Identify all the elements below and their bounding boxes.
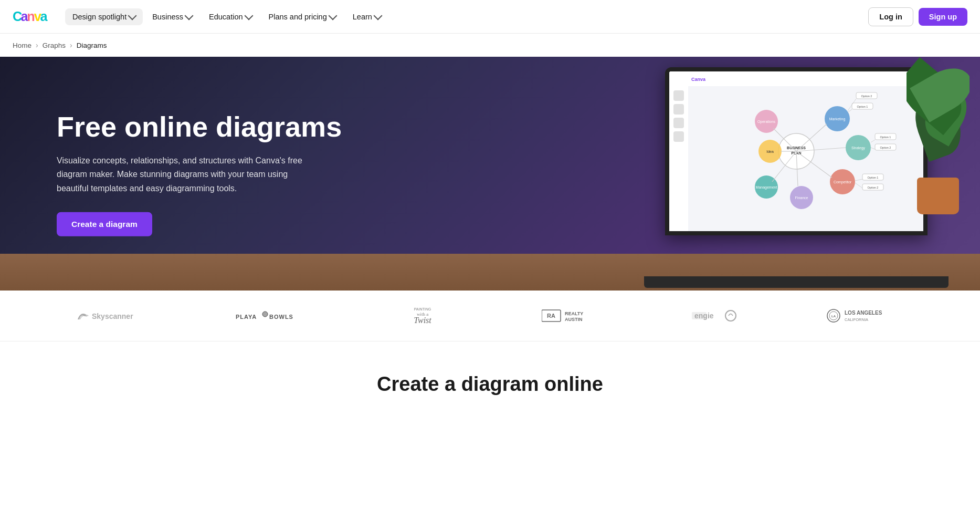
svg-text:BOWLS: BOWLS	[269, 314, 293, 320]
logo-engie: engie	[692, 308, 739, 324]
hero-content: Free online diagrams Visualize concepts,…	[57, 111, 342, 236]
logo-playa-bowls: PLAYA BOWLS	[236, 308, 304, 324]
svg-text:Twist: Twist	[414, 316, 432, 325]
svg-text:Canva: Canva	[691, 77, 706, 82]
nav-business[interactable]: Business	[145, 8, 199, 25]
signup-button[interactable]: Sign up	[919, 8, 967, 26]
laptop-base	[644, 276, 949, 288]
svg-text:PAINTING: PAINTING	[414, 307, 431, 311]
svg-text:Idea: Idea	[766, 150, 774, 153]
svg-text:Option 1: Option 1	[880, 136, 891, 139]
nav-plans-pricing[interactable]: Plans and pricing	[261, 8, 343, 25]
bottom-section: Create a diagram online	[0, 341, 980, 406]
breadcrumb-current: Diagrams	[77, 42, 107, 49]
svg-text:Management: Management	[756, 185, 777, 190]
hero-subtitle: Visualize concepts, relationships, and s…	[57, 154, 319, 195]
chevron-down-icon	[185, 12, 194, 20]
create-diagram-button[interactable]: Create a diagram	[57, 212, 152, 236]
breadcrumb-home[interactable]: Home	[13, 42, 31, 49]
svg-text:RA: RA	[547, 313, 555, 319]
hero-title: Free online diagrams	[57, 111, 342, 142]
nav-actions: Log in Sign up	[868, 7, 967, 26]
logo-painting-with-a-twist: PAINTING with a Twist	[391, 305, 454, 326]
laptop-screen: Canva BUSINESS PLAN Marketing	[665, 67, 928, 235]
svg-rect-13	[673, 131, 684, 142]
svg-text:CALIFORNIA: CALIFORNIA	[845, 317, 868, 322]
breadcrumb: Home › Graphs › Diagrams	[0, 34, 980, 57]
chevron-down-icon	[328, 12, 337, 20]
login-button[interactable]: Log in	[868, 7, 913, 26]
svg-point-59	[262, 312, 268, 317]
svg-rect-10	[673, 90, 684, 101]
svg-text:BUSINESS: BUSINESS	[787, 146, 806, 150]
svg-rect-8	[688, 71, 923, 86]
chevron-down-icon	[128, 12, 137, 20]
svg-text:Option 1: Option 1	[857, 105, 868, 108]
nav-design-spotlight[interactable]: Design spotlight	[65, 8, 143, 25]
bottom-title: Create a diagram online	[13, 373, 967, 396]
svg-text:LOS ANGELES: LOS ANGELES	[845, 310, 882, 316]
nav-learn[interactable]: Learn	[345, 8, 388, 25]
svg-text:Option 1: Option 1	[868, 176, 879, 179]
svg-text:Marketing: Marketing	[829, 117, 846, 121]
svg-text:Finance: Finance	[795, 196, 808, 200]
svg-text:REALTY: REALTY	[565, 311, 583, 316]
svg-text:Operations: Operations	[757, 120, 776, 124]
breadcrumb-graphs[interactable]: Graphs	[43, 42, 66, 49]
svg-text:AUSTIN: AUSTIN	[565, 317, 583, 322]
svg-point-70	[725, 310, 736, 321]
svg-text:Strategy: Strategy	[851, 146, 866, 150]
svg-text:Skyscanner: Skyscanner	[92, 312, 133, 320]
laptop-screen-inner: Canva BUSINESS PLAN Marketing	[669, 71, 923, 231]
logo-los-angeles: LA LOS ANGELES CALIFORNIA	[826, 308, 905, 324]
svg-text:LA: LA	[831, 315, 836, 318]
chevron-down-icon	[373, 12, 382, 20]
svg-text:Competitor: Competitor	[834, 180, 852, 184]
svg-text:a: a	[40, 9, 48, 24]
logo-skyscanner: Skyscanner	[75, 308, 149, 324]
plant-decoration	[907, 57, 970, 214]
hero-section: Canva BUSINESS PLAN Marketing	[0, 57, 980, 291]
breadcrumb-separator: ›	[70, 41, 72, 49]
laptop-illustration: Canva BUSINESS PLAN Marketing	[644, 67, 938, 288]
nav-education[interactable]: Education	[202, 8, 259, 25]
svg-text:engie: engie	[694, 312, 714, 320]
trusted-logos-bar: Skyscanner PLAYA BOWLS PAINTING with a T…	[0, 291, 980, 341]
main-nav: C a n v a Design spotlight Business Educ…	[0, 0, 980, 34]
logo-realty-austin: RA REALTY AUSTIN	[542, 308, 605, 324]
svg-text:Option 2: Option 2	[861, 95, 872, 98]
breadcrumb-separator: ›	[36, 41, 38, 49]
svg-text:Option 2: Option 2	[868, 186, 879, 189]
canva-logo[interactable]: C a n v a	[13, 9, 50, 24]
svg-rect-11	[673, 104, 684, 115]
svg-text:PLAYA: PLAYA	[236, 314, 257, 320]
svg-rect-12	[673, 118, 684, 128]
nav-menu: Design spotlight Business Education Plan…	[65, 8, 868, 25]
svg-text:Option 2: Option 2	[880, 146, 891, 149]
chevron-down-icon	[244, 12, 253, 20]
